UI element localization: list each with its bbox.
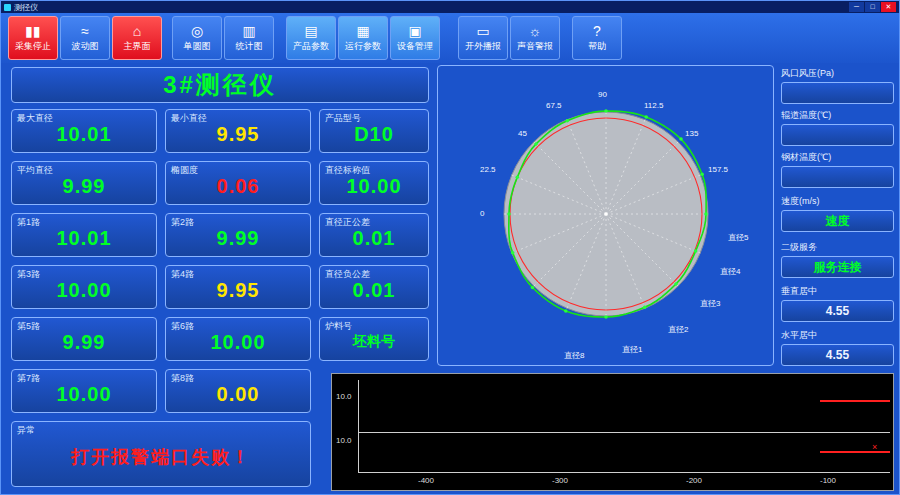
maximize-button[interactable]: □ [865, 2, 880, 12]
metric-avg-diameter: 平均直径 9.99 [11, 161, 157, 205]
single-circle-chart-icon: ◎ [191, 24, 203, 39]
horizontal-center-display: 4.55 [781, 344, 894, 366]
sidebar-value: 4.55 [826, 304, 849, 318]
product-params-icon: ▤ [304, 24, 317, 39]
sidebar-label: 水平居中 [781, 329, 894, 342]
sidebar-label: 垂直居中 [781, 285, 894, 298]
polar-diameter-label: 直径8 [564, 350, 584, 361]
polar-diameter-label: 直径3 [700, 298, 720, 309]
sidebar-item-air-pressure: 风口风压(Pa) [781, 67, 894, 104]
sidebar-item-roller-temp: 辊道温度(℃) [781, 109, 894, 146]
metric-value: 10.01 [12, 220, 156, 256]
sidebar-item-speed: 速度(m/s) 速度 [781, 195, 894, 232]
metric-value: 0.01 [320, 272, 428, 308]
alarm-message: 打开报警端口失败！ [12, 428, 310, 486]
trend-y-label-1: 10.0 [336, 392, 352, 401]
nominal-diameter-box: 直径标称值 10.00 [319, 161, 429, 205]
metric-value: 10.00 [12, 376, 156, 412]
trend-alarm-line-1 [820, 400, 890, 402]
toolbar-button-wave-chart[interactable]: ≈ 波动图 [60, 16, 110, 60]
trend-alarm-marker: × [872, 442, 877, 452]
toolbar-button-help[interactable]: ? 帮助 [572, 16, 622, 60]
polar-diameter-label: 直径4 [720, 266, 740, 277]
close-button[interactable]: ✕ [881, 2, 896, 12]
window-title: 测径仪 [14, 2, 38, 13]
metric-value: 9.99 [12, 168, 156, 204]
toolbar-button-external-broadcast[interactable]: ▭ 开外播报 [458, 16, 508, 60]
toolbar-button-main-screen[interactable]: ⌂ 主界面 [112, 16, 162, 60]
toolbar-button-sound-alarm[interactable]: ☼ 声音警报 [510, 16, 560, 60]
metric-value: 9.99 [166, 220, 310, 256]
alarm-message-box: 异常 打开报警端口失败！ [11, 421, 311, 487]
l2-service-status: 服务连接 [781, 256, 894, 278]
channel-2-diameter: 第2路 9.99 [165, 213, 311, 257]
billet-number-box: 炉料号 坯料号 [319, 317, 429, 361]
toolbar-button-device-management[interactable]: ▣ 设备管理 [390, 16, 440, 60]
sidebar-item-vertical-center: 垂直居中 4.55 [781, 285, 894, 322]
sidebar-label: 二级服务 [781, 241, 894, 254]
toolbar-button-product-params[interactable]: ▤ 产品参数 [286, 16, 336, 60]
stop-acquisition-icon: ▮▮ [25, 24, 40, 39]
polar-chart-panel: 90 112.5 135 157.5 67.5 45 22.5 0 直径5 直径… [437, 65, 774, 366]
device-management-icon: ▣ [408, 24, 421, 39]
sidebar-item-steel-temp: 钢材温度(℃) [781, 151, 894, 188]
trend-x-tick: -200 [686, 476, 702, 485]
app-icon [4, 4, 11, 11]
sound-alarm-icon: ☼ [529, 24, 542, 39]
polar-angle-label: 90 [598, 90, 607, 99]
channel-7-diameter: 第7路 10.00 [11, 369, 157, 413]
sidebar-label: 速度(m/s) [781, 195, 894, 208]
vertical-center-display: 4.55 [781, 300, 894, 322]
toolbar-button-stop-acquisition[interactable]: ▮▮ 采集停止 [8, 16, 58, 60]
toolbar-button-statistics[interactable]: ▥ 统计图 [224, 16, 274, 60]
metric-value: 坯料号 [320, 324, 428, 360]
polar-diameter-label: 直径1 [622, 344, 642, 355]
titlebar: 测径仪 ─ □ ✕ [1, 1, 899, 13]
polar-angle-label: 135 [685, 129, 698, 138]
channel-8-diameter: 第8路 0.00 [165, 369, 311, 413]
channel-6-diameter: 第6路 10.00 [165, 317, 311, 361]
sidebar-label: 辊道温度(℃) [781, 109, 894, 122]
trend-x-tick: -100 [820, 476, 836, 485]
trend-band-separator [358, 432, 890, 433]
trend-y-axis [358, 380, 359, 472]
sidebar-label: 钢材温度(℃) [781, 151, 894, 164]
polar-angle-label: 112.5 [644, 101, 663, 110]
home-icon: ⌂ [133, 24, 141, 39]
toolbar-button-single-circle[interactable]: ◎ 单圆图 [172, 16, 222, 60]
roller-temp-display [781, 124, 894, 146]
wave-chart-icon: ≈ [81, 24, 89, 39]
metric-value: 10.00 [12, 272, 156, 308]
sidebar-value: 4.55 [826, 348, 849, 362]
metric-value: 9.99 [12, 324, 156, 360]
trend-y-label-2: 10.0 [336, 436, 352, 445]
statistics-chart-icon: ▥ [242, 24, 255, 39]
metric-value: 10.00 [320, 168, 428, 204]
polar-angle-label: 45 [518, 129, 527, 138]
trend-chart: 10.0 10.0 × -400 -300 -200 -100 [331, 373, 894, 491]
sidebar-item-l2-service: 二级服务 服务连接 [781, 241, 894, 278]
help-icon: ? [593, 24, 601, 39]
speed-display: 速度 [781, 210, 894, 232]
gauge-title: 3#测径仪 [12, 68, 428, 102]
trend-alarm-line-2 [820, 451, 890, 453]
trend-x-tick: -300 [552, 476, 568, 485]
metric-max-diameter: 最大直径 10.01 [11, 109, 157, 153]
external-broadcast-icon: ▭ [476, 24, 489, 39]
air-pressure-display [781, 82, 894, 104]
metric-value: 0.00 [166, 376, 310, 412]
polar-angle-label: 67.5 [546, 101, 562, 110]
channel-1-diameter: 第1路 10.01 [11, 213, 157, 257]
metric-value: 10.00 [166, 324, 310, 360]
channel-3-diameter: 第3路 10.00 [11, 265, 157, 309]
window-controls: ─ □ ✕ [849, 2, 896, 12]
metric-value: 9.95 [166, 116, 310, 152]
channel-5-diameter: 第5路 9.99 [11, 317, 157, 361]
toolbar-button-run-params[interactable]: ▦ 运行参数 [338, 16, 388, 60]
metric-value: 0.01 [320, 220, 428, 256]
product-model-box: 产品型号 D10 [319, 109, 429, 153]
metric-value: 10.01 [12, 116, 156, 152]
trend-x-axis [358, 472, 890, 473]
minimize-button[interactable]: ─ [849, 2, 864, 12]
polar-diameter-label: 直径5 [728, 232, 748, 243]
